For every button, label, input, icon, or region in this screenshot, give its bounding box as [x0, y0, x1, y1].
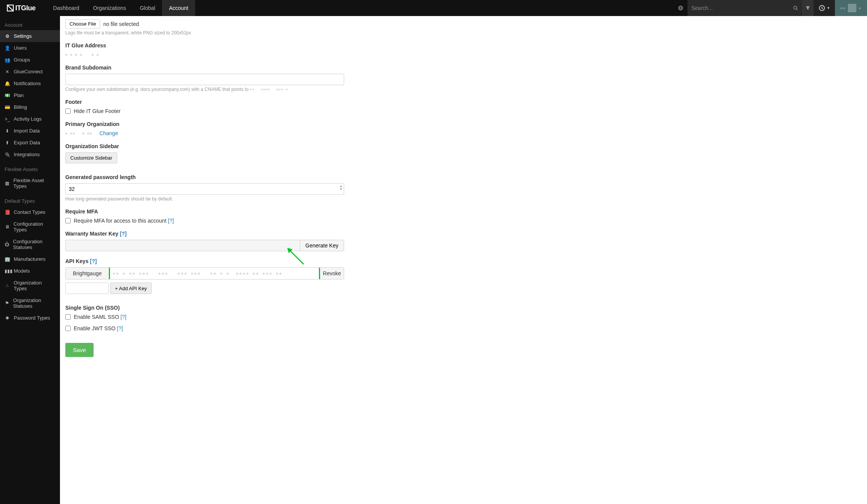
- search-button[interactable]: [789, 5, 802, 11]
- globe-icon: [678, 5, 683, 11]
- stepper-icon[interactable]: ▲▼: [340, 185, 343, 191]
- svg-line-6: [796, 9, 797, 10]
- api-key-name-input[interactable]: [65, 283, 108, 294]
- saml-help-link[interactable]: [?]: [120, 314, 126, 320]
- api-help-link[interactable]: [?]: [90, 258, 97, 264]
- svg-point-5: [794, 6, 797, 9]
- sidebar-item-config-types[interactable]: 🖥Configuration Types: [0, 218, 60, 236]
- download-icon: ⬇: [5, 128, 10, 134]
- change-link[interactable]: Change: [99, 130, 118, 136]
- search-box: [687, 0, 802, 16]
- nav-account[interactable]: Account: [162, 0, 195, 16]
- sidebar-item-export-data[interactable]: ⬆Export Data: [0, 137, 60, 149]
- warranty-help-link[interactable]: [?]: [120, 231, 127, 237]
- sidebar-item-groups[interactable]: 👥Groups: [0, 54, 60, 66]
- primary-org-row: ▪ ▪▪ ▪ ▪▪ Change: [65, 130, 404, 136]
- save-button[interactable]: Save: [65, 343, 94, 357]
- svg-line-1: [7, 5, 13, 11]
- sidebar-item-flex-types[interactable]: ▦Flexible Asset Types: [0, 174, 60, 192]
- require-mfa-row[interactable]: Require MFA for access to this account […: [65, 218, 404, 224]
- sidebar-label: Billing: [14, 104, 27, 110]
- revoke-button[interactable]: Revoke: [320, 268, 344, 279]
- label-footer: Footer: [65, 99, 404, 105]
- label-warranty: Warranty Master Key [?]: [65, 231, 404, 237]
- sidebar-label: Activity Logs: [14, 116, 42, 122]
- sidebar-item-password-types[interactable]: ✱Password Types: [0, 312, 60, 324]
- customize-sidebar-button[interactable]: Customize Sidebar: [65, 152, 117, 163]
- grid-icon: ▦: [5, 181, 10, 186]
- api-key-value[interactable]: ▪▪ ▪ ▪▪ ▪▪▪ ▪▪▪ ▪▪▪ ▪▪▪ ▪▪ ▪ ▪ ▪▪▪▪ ▪▪ ▪…: [109, 268, 320, 279]
- sidebar-label: Configuration Types: [13, 221, 55, 233]
- sidebar-item-models[interactable]: ▮▮▮Models: [0, 265, 60, 277]
- user-icon: 👤: [5, 45, 10, 51]
- nav-global[interactable]: Global: [133, 0, 162, 16]
- choose-file-button[interactable]: Choose File: [65, 19, 100, 29]
- sidebar-item-users[interactable]: 👤Users: [0, 42, 60, 54]
- sidebar-item-glueconnect[interactable]: ✕GlueConnect: [0, 66, 60, 78]
- search-input[interactable]: [687, 0, 789, 16]
- sidebar-label: Settings: [14, 33, 32, 39]
- hide-footer-row[interactable]: Hide IT Glue Footer: [65, 108, 404, 114]
- mfa-help-link[interactable]: [?]: [168, 218, 174, 224]
- sidebar-label: Import Data: [14, 128, 40, 134]
- book-icon: 📕: [5, 210, 10, 215]
- sidebar-label: Organization Types: [14, 280, 55, 291]
- sidebar-label: Integrations: [14, 152, 40, 157]
- enable-saml-row[interactable]: Enable SAML SSO [?]: [65, 314, 404, 320]
- flag-icon: ⚑: [5, 300, 9, 306]
- plug-icon: 🔌: [5, 152, 10, 157]
- enable-jwt-checkbox[interactable]: [65, 326, 71, 331]
- sidebar-item-import-data[interactable]: ⬇Import Data: [0, 125, 60, 137]
- sidebar-label: Configuration Statuses: [13, 239, 55, 250]
- pw-length-input[interactable]: [65, 183, 344, 195]
- add-api-key-button[interactable]: + Add API Key: [110, 283, 152, 294]
- warranty-key-input[interactable]: [65, 240, 300, 251]
- brand-logo[interactable]: ITGlue: [0, 0, 42, 16]
- nav-organizations[interactable]: Organizations: [86, 0, 133, 16]
- sidebar-header-account: Account: [0, 20, 60, 30]
- enable-saml-checkbox[interactable]: [65, 314, 71, 320]
- subdomain-help: Configure your own subdomain (e.g. docs.…: [65, 87, 404, 92]
- brand-subdomain-input[interactable]: [65, 74, 344, 85]
- sidebar-item-notifications[interactable]: 🔔Notifications: [0, 78, 60, 89]
- sidebar-label: Manufacturers: [14, 256, 45, 262]
- sidebar-label: Contact Types: [14, 209, 45, 215]
- history-button[interactable]: ▼: [814, 0, 835, 16]
- sidebar-item-config-statuses[interactable]: ⏻Configuration Statuses: [0, 236, 60, 253]
- require-mfa-checkbox[interactable]: [65, 218, 71, 223]
- building-icon: 🏢: [5, 257, 10, 262]
- sidebar-item-integrations[interactable]: 🔌Integrations: [0, 149, 60, 160]
- sidebar-item-settings[interactable]: ⚙Settings: [0, 30, 60, 42]
- sidebar-label: Plan: [14, 92, 24, 98]
- filter-button[interactable]: [802, 0, 814, 16]
- jwt-help-link[interactable]: [?]: [117, 325, 123, 331]
- generate-key-button[interactable]: Generate Key: [300, 240, 344, 251]
- hide-footer-checkbox[interactable]: [65, 108, 71, 114]
- topbar: ITGlue Dashboard Organizations Global Ac…: [0, 0, 867, 16]
- sidebar-item-org-types[interactable]: ⛬Organization Types: [0, 277, 60, 294]
- sidebar-item-contact-types[interactable]: 📕Contact Types: [0, 206, 60, 218]
- sidebar-label: Users: [14, 45, 27, 51]
- enable-saml-text: Enable SAML SSO [?]: [74, 314, 126, 320]
- sidebar-label: Notifications: [14, 81, 41, 86]
- sidebar-item-plan[interactable]: 💵Plan: [0, 89, 60, 101]
- file-status: no file selected: [103, 21, 139, 27]
- gear-icon: ⚙: [5, 34, 10, 39]
- label-require-mfa: Require MFA: [65, 208, 404, 215]
- sidebar-label: GlueConnect: [14, 69, 43, 74]
- nav-dashboard[interactable]: Dashboard: [46, 0, 86, 16]
- globe-button[interactable]: [674, 0, 687, 16]
- filter-icon: [805, 5, 810, 11]
- power-icon: ⏻: [5, 242, 9, 247]
- label-org-sidebar: Organization Sidebar: [65, 143, 404, 149]
- label-api-keys: API Keys [?]: [65, 258, 404, 264]
- search-icon: [793, 5, 798, 11]
- sidebar-item-activity-logs[interactable]: >_Activity Logs: [0, 113, 60, 125]
- sidebar-item-billing[interactable]: 💳Billing: [0, 101, 60, 113]
- label-sso: Single Sign On (SSO): [65, 305, 404, 311]
- terminal-icon: >_: [5, 116, 10, 122]
- enable-jwt-row[interactable]: Enable JWT SSO [?]: [65, 325, 404, 331]
- user-menu[interactable]: ▪▪ ▪: [835, 0, 867, 16]
- sidebar-item-manufacturers[interactable]: 🏢Manufacturers: [0, 253, 60, 265]
- sidebar-item-org-statuses[interactable]: ⚑Organization Statuses: [0, 294, 60, 312]
